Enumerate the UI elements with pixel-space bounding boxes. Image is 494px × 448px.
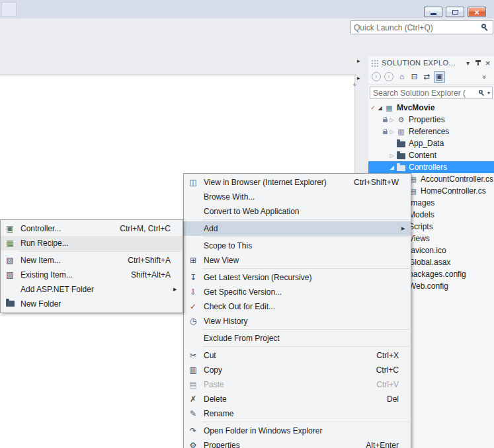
menu-item-delete[interactable]: ✗DeleteDel xyxy=(184,392,411,406)
menu-item-shortcut: Alt+Enter xyxy=(366,441,401,448)
tree-item-label: Properties xyxy=(409,115,445,124)
close-button[interactable]: × xyxy=(468,7,486,17)
copy-icon: ▥ xyxy=(185,365,201,375)
delete-icon: ✗ xyxy=(185,394,201,404)
splitter-icon[interactable]: + xyxy=(352,81,356,89)
menu-item-shortcut: Ctrl+V xyxy=(376,380,401,389)
menu-item-label: Get Specific Version... xyxy=(204,287,282,297)
menu-item-open-folder-in-windows-explorer[interactable]: ↷Open Folder in Windows Explorer xyxy=(184,424,411,438)
menu-item-cut[interactable]: ✂CutCtrl+X xyxy=(184,348,411,363)
maximize-button[interactable] xyxy=(446,7,464,17)
menu-item-browse-with[interactable]: Browse With... xyxy=(184,190,411,204)
new-folder-icon xyxy=(2,299,18,309)
menu-item-label: Scope to This xyxy=(204,241,252,250)
window-menu-corner xyxy=(1,2,17,17)
menu-item-copy[interactable]: ▥CopyCtrl+C xyxy=(184,363,411,377)
menu-item-label: View in Browser (Internet Explorer) xyxy=(204,178,327,187)
menu-item-add[interactable]: Add▶ xyxy=(184,221,411,236)
menu-item-new-view[interactable]: ⊞New View xyxy=(184,253,411,268)
tree-item-label: References xyxy=(409,127,449,136)
expander-expanded-icon[interactable]: ◢ xyxy=(376,105,384,111)
lock-icon xyxy=(382,116,388,123)
browser-window-icon: ◫ xyxy=(185,178,201,187)
menu-item-shortcut: Del xyxy=(387,394,401,404)
quick-launch-box xyxy=(350,20,493,34)
menu-item-run-recipe[interactable]: ▦Run Recipe... xyxy=(1,236,183,250)
controller-icon: ▣ xyxy=(2,224,18,233)
tree-item-label: Models xyxy=(409,210,434,219)
menu-item-label: Cut xyxy=(204,351,216,360)
menu-item-get-latest-version-recursive[interactable]: ↧Get Latest Version (Recursive) xyxy=(184,270,411,285)
menu-item-controller[interactable]: ▣Controller...Ctrl+M, Ctrl+C xyxy=(1,221,183,236)
menu-item-view-in-browser-internet-explorer[interactable]: ◫View in Browser (Internet Explorer)Ctrl… xyxy=(184,175,411,190)
expander-expanded-icon[interactable]: ◢ xyxy=(388,165,395,170)
expander-collapsed-icon[interactable]: ▷ xyxy=(388,117,395,123)
folder-open-icon xyxy=(397,165,405,171)
lock-shape xyxy=(383,119,388,122)
quick-launch-input[interactable] xyxy=(351,23,481,32)
search-icon[interactable] xyxy=(481,23,490,32)
menu-item-scope-to-this[interactable]: Scope to This xyxy=(184,239,411,253)
back-icon[interactable]: ‹ xyxy=(372,72,381,81)
menu-item-get-specific-version[interactable]: ⇩Get Specific Version... xyxy=(184,285,411,299)
tree-item-controllers[interactable]: ◢Controllers xyxy=(368,161,494,173)
menu-item-label: Convert to Web Application xyxy=(204,207,300,216)
tree-item-references[interactable]: ▷▥References xyxy=(368,126,494,137)
menu-item-view-history[interactable]: ◷View History xyxy=(184,314,411,328)
close-icon: × xyxy=(474,8,479,17)
chevron-down-icon[interactable]: ▾ xyxy=(487,90,490,96)
tree-item-mvcmovie[interactable]: ✓◢▦MvcMovie xyxy=(368,102,494,114)
submenu-arrow-icon: ▶ xyxy=(401,226,411,231)
menu-separator xyxy=(202,219,409,220)
menu-item-new-folder[interactable]: New Folder xyxy=(1,297,183,311)
menu-item-paste[interactable]: ▤PasteCtrl+V xyxy=(184,377,411,392)
menu-item-new-item[interactable]: ▧New Item...Ctrl+Shift+A xyxy=(1,253,183,268)
menu-item-label: New View xyxy=(204,256,239,265)
menu-item-rename[interactable]: ✎Rename xyxy=(184,406,411,421)
overflow-arrow-icon[interactable]: ▸ xyxy=(357,75,360,81)
menu-item-label: Properties xyxy=(204,441,240,448)
lock-shape xyxy=(383,131,388,134)
tree-item-app-data[interactable]: App_Data xyxy=(368,137,494,149)
tree-item-label: App_Data xyxy=(409,139,444,148)
new-item-icon: ▧ xyxy=(2,256,18,265)
references-icon: ▥ xyxy=(395,128,407,136)
menu-item-existing-item[interactable]: ▨Existing Item...Shift+Alt+A xyxy=(1,268,183,282)
tree-item-label: Global.asax xyxy=(409,258,450,267)
folder-icon xyxy=(397,141,405,147)
window-position-chevron-icon[interactable]: ▾ xyxy=(463,58,473,68)
solution-explorer-toolbar: ‹›⌂⊟⇄▣» xyxy=(368,69,494,85)
menu-item-properties[interactable]: ⚙PropertiesAlt+Enter xyxy=(184,438,411,448)
menu-item-label: Check Out for Edit... xyxy=(204,302,275,311)
cut-icon: ✂ xyxy=(185,351,201,360)
paste-icon: ▤ xyxy=(185,380,201,389)
forward-icon[interactable]: › xyxy=(384,72,393,81)
view-history-icon: ◷ xyxy=(185,317,201,326)
search-icon[interactable] xyxy=(478,89,486,97)
sync-with-active-document-icon[interactable]: ⇄ xyxy=(421,71,432,83)
check-out-icon: ✓ xyxy=(185,302,201,311)
tree-item-content[interactable]: ▷Content xyxy=(368,149,494,161)
menu-item-exclude-from-project[interactable]: Exclude From Project xyxy=(184,331,411,346)
collapse-all-icon[interactable]: ⊟ xyxy=(409,71,420,83)
menu-item-convert-to-web-application[interactable]: Convert to Web Application xyxy=(184,204,411,219)
menu-item-label: View History xyxy=(204,317,247,326)
close-panel-icon[interactable]: × xyxy=(483,58,493,68)
menu-item-label: New Folder xyxy=(21,299,61,309)
toolbar-overflow-icon[interactable]: » xyxy=(479,71,490,83)
menu-item-add-asp-net-folder[interactable]: Add ASP.NET Folder▶ xyxy=(1,282,183,297)
solution-search-input[interactable] xyxy=(370,89,477,98)
home-icon[interactable]: ⌂ xyxy=(396,71,407,83)
preview-selected-items-icon[interactable]: ▣ xyxy=(434,71,445,83)
overflow-arrow-icon[interactable]: ▸ xyxy=(357,58,360,64)
pin-icon[interactable] xyxy=(473,58,483,68)
expander-collapsed-icon[interactable]: ▷ xyxy=(388,153,395,159)
submenu-arrow-icon: ▶ xyxy=(173,287,183,292)
tree-item-properties[interactable]: ▷⚙Properties xyxy=(368,114,494,126)
minimize-button[interactable] xyxy=(424,7,442,17)
expander-collapsed-icon[interactable]: ▷ xyxy=(388,129,395,135)
menu-item-label: Copy xyxy=(204,365,222,375)
menu-item-check-out-for-edit[interactable]: ✓Check Out for Edit... xyxy=(184,299,411,314)
drag-grip[interactable] xyxy=(371,59,380,67)
solution-search-box: ▾ xyxy=(370,87,493,99)
